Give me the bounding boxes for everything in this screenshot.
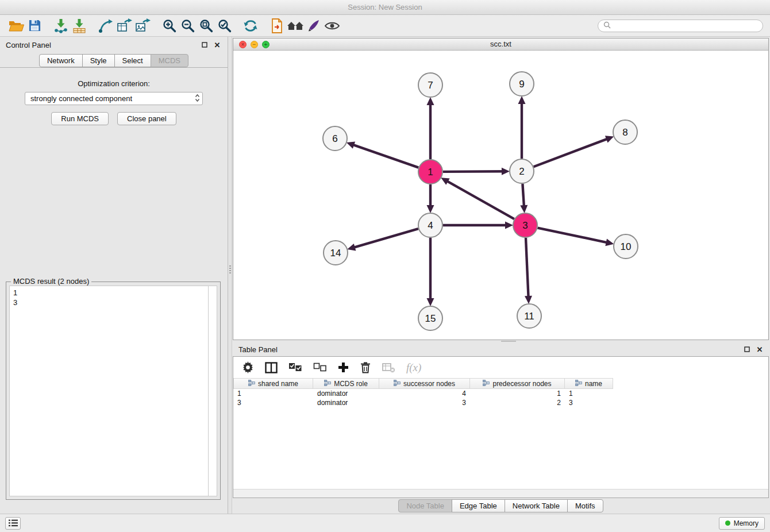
splitter-grip[interactable] — [229, 265, 231, 273]
graph-edge-3-1[interactable] — [445, 180, 514, 219]
delete-table-icon[interactable] — [382, 363, 395, 373]
graph-node-4[interactable]: 4 — [418, 213, 442, 237]
close-panel-button[interactable]: Close panel — [117, 112, 176, 125]
tab-style[interactable]: Style — [82, 54, 115, 67]
graph-node-label: 4 — [428, 220, 433, 231]
zoom-out-icon[interactable] — [178, 17, 197, 34]
run-mcds-button[interactable]: Run MCDS — [51, 112, 109, 125]
import-network-icon[interactable] — [52, 17, 70, 34]
graph-node-14[interactable]: 14 — [324, 241, 348, 265]
graph-edge-2-3[interactable] — [522, 184, 524, 208]
table-cell[interactable]: 3 — [233, 398, 313, 407]
column-header-shared-name[interactable]: shared name — [233, 378, 313, 389]
search-box[interactable] — [598, 20, 763, 32]
graph-node-7[interactable]: 7 — [418, 73, 442, 97]
graph-edge-3-11[interactable] — [526, 238, 529, 299]
columns-icon[interactable] — [265, 362, 278, 373]
graph-node-label: 6 — [332, 133, 337, 144]
table-hscrollbar[interactable] — [233, 489, 768, 498]
table-row[interactable]: 1dominator411 — [233, 389, 768, 398]
column-header-label: shared name — [258, 380, 298, 388]
mcds-result-list[interactable]: 1 3 — [9, 286, 208, 496]
table-cell[interactable]: 1 — [470, 389, 565, 398]
zoom-selected-icon[interactable] — [215, 17, 233, 34]
open-file-icon[interactable] — [7, 17, 25, 34]
graph-node-15[interactable]: 15 — [418, 306, 442, 330]
select-all-icon[interactable] — [288, 363, 302, 372]
minimize-window-icon[interactable]: − — [251, 41, 258, 48]
graph-node-11[interactable]: 11 — [517, 304, 541, 328]
optimization-criterion-select[interactable]: strongly connected component — [25, 92, 203, 105]
import-public-network-icon[interactable] — [268, 17, 286, 34]
table-tab-edge-table[interactable]: Edge Table — [452, 499, 505, 512]
share-network-icon[interactable] — [97, 17, 115, 34]
graph-node-6[interactable]: 6 — [323, 126, 347, 151]
search-input[interactable] — [614, 21, 757, 30]
tab-network[interactable]: Network — [39, 54, 83, 67]
table-cell[interactable]: 1 — [565, 389, 613, 398]
table-cell[interactable]: 2 — [470, 398, 565, 407]
add-row-icon[interactable] — [338, 362, 349, 373]
graph-edge-2-8[interactable] — [534, 138, 609, 167]
network-graph[interactable]: 7968124314101511 — [233, 51, 768, 340]
table-cell[interactable]: dominator — [313, 389, 379, 398]
float-panel-icon[interactable] — [200, 40, 209, 49]
show-panels-button[interactable] — [5, 517, 21, 530]
table-cell[interactable]: 3 — [565, 398, 613, 407]
zoom-in-icon[interactable] — [160, 17, 178, 34]
table-cell[interactable]: 4 — [379, 389, 470, 398]
column-header-predecessor-nodes[interactable]: predecessor nodes — [470, 378, 565, 389]
graph-node-9[interactable]: 9 — [510, 72, 534, 96]
export-image-icon[interactable] — [133, 17, 152, 34]
refresh-layout-icon[interactable] — [241, 17, 260, 34]
horizontal-splitter[interactable] — [233, 340, 769, 342]
graph-edge-3-10[interactable] — [538, 228, 609, 243]
table-tab-network-table[interactable]: Network Table — [505, 499, 568, 512]
table-tab-node-table[interactable]: Node Table — [398, 499, 452, 512]
graph-edge-1-2[interactable] — [443, 171, 505, 172]
graph-edge-4-14[interactable] — [352, 229, 418, 248]
tab-select[interactable]: Select — [114, 54, 151, 67]
delete-row-icon[interactable] — [360, 361, 371, 373]
column-header-name[interactable]: name — [565, 378, 613, 389]
panel-splitter[interactable] — [228, 37, 232, 514]
window-titlebar[interactable]: Session: New Session — [0, 0, 770, 15]
control-panel-tabs: NetworkStyleSelectMCDS — [39, 54, 188, 67]
zoom-window-icon[interactable]: + — [262, 41, 270, 48]
show-hide-icon[interactable] — [323, 17, 341, 34]
zoom-fit-icon[interactable] — [197, 17, 215, 34]
first-neighbors-icon[interactable] — [286, 17, 305, 34]
close-window-icon[interactable]: × — [239, 41, 247, 48]
graph-node-1[interactable]: 1 — [418, 160, 442, 184]
graph-node-label: 3 — [522, 220, 528, 231]
table-tab-motifs[interactable]: Motifs — [567, 499, 603, 512]
graph-node-2[interactable]: 2 — [510, 159, 534, 183]
column-header-successor-nodes[interactable]: successor nodes — [379, 378, 470, 389]
float-table-panel-icon[interactable] — [742, 345, 752, 354]
gear-icon[interactable] — [242, 361, 254, 373]
close-table-panel-icon[interactable]: ✕ — [755, 345, 764, 354]
column-tree-icon — [575, 380, 582, 388]
table-cell[interactable]: 1 — [233, 389, 313, 398]
column-header-mcds-role[interactable]: MCDS role — [313, 378, 379, 389]
table-row[interactable]: 3dominator323 — [233, 398, 768, 407]
export-table-icon[interactable] — [115, 17, 133, 34]
tab-mcds[interactable]: MCDS — [151, 54, 188, 67]
graph-node-3[interactable]: 3 — [513, 213, 537, 237]
memory-button[interactable]: Memory — [719, 517, 765, 530]
network-window-titlebar[interactable]: × − + scc.txt — [233, 38, 768, 51]
horizontal-splitter-grip[interactable] — [501, 341, 516, 342]
deselect-all-icon[interactable] — [313, 363, 327, 372]
function-builder-icon[interactable]: f(x) — [406, 361, 421, 374]
save-session-icon[interactable] — [25, 17, 44, 34]
table-cell[interactable]: dominator — [313, 398, 379, 407]
table-cell[interactable]: 3 — [379, 398, 470, 407]
graph-edge-1-6[interactable] — [351, 144, 418, 168]
result-scrollbar[interactable] — [208, 286, 217, 496]
column-header-label: name — [585, 380, 602, 388]
paint-style-icon[interactable] — [305, 17, 323, 34]
import-table-icon[interactable] — [70, 17, 88, 34]
close-panel-icon[interactable]: ✕ — [213, 40, 222, 49]
graph-node-8[interactable]: 8 — [613, 120, 637, 144]
graph-node-10[interactable]: 10 — [614, 234, 638, 259]
